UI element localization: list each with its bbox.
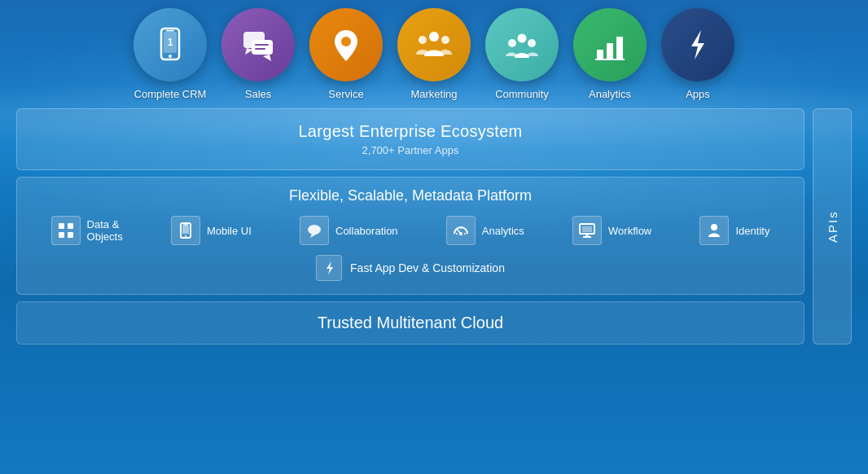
identity-icon-box: [699, 216, 729, 245]
chat-icon: [240, 27, 276, 63]
fast-app-label: Fast App Dev & Customization: [350, 261, 505, 274]
icon-item-crm[interactable]: 1 Complete CRM: [134, 8, 207, 100]
svg-rect-19: [607, 43, 613, 59]
svg-rect-20: [616, 37, 623, 59]
svg-point-11: [341, 37, 351, 46]
icon-label-sales: Sales: [245, 88, 272, 100]
svg-point-17: [528, 39, 536, 47]
feature-collaboration: Collaboration: [300, 216, 398, 245]
ecosystem-title: Largest Enterprise Ecosystem: [33, 122, 787, 141]
gauge-icon: [453, 222, 469, 239]
bolt-icon: [680, 27, 716, 63]
svg-marker-22: [691, 30, 704, 59]
icon-label-analytics: Analytics: [589, 88, 631, 100]
svg-marker-43: [327, 261, 333, 274]
collaboration-icon-box: [300, 216, 329, 245]
icon-item-analytics[interactable]: Analytics: [573, 8, 647, 100]
icon-circle-sales: [221, 8, 295, 81]
cloud-panel: Trusted Multitenant Cloud: [16, 301, 804, 345]
apis-bar[interactable]: APIs: [813, 108, 852, 345]
svg-point-14: [441, 36, 449, 44]
mobile-ui-icon-box: [171, 216, 200, 245]
icon-circle-apps: [661, 8, 734, 81]
data-objects-icon-box: [51, 216, 81, 245]
svg-rect-26: [68, 232, 73, 238]
analytics-icon-box: [446, 216, 476, 245]
svg-rect-7: [252, 40, 273, 55]
feature-label-identity: Identity: [735, 225, 769, 237]
svg-point-16: [508, 39, 516, 47]
bolt-small-icon: [321, 260, 337, 276]
feature-analytics: Analytics: [446, 216, 524, 245]
svg-rect-24: [68, 223, 73, 229]
icon-circle-crm: 1: [134, 8, 207, 81]
icon-label-apps: Apps: [686, 88, 710, 100]
apis-label: APIs: [826, 210, 840, 243]
fast-app-bolt-icon: [316, 255, 342, 281]
feature-label-data-objects: Data &Objects: [87, 218, 123, 243]
svg-point-29: [185, 235, 186, 237]
left-panels: Largest Enterprise Ecosystem 2,700+ Part…: [16, 108, 804, 345]
icon-label-crm: Complete CRM: [134, 88, 207, 100]
top-icons-section: 1 Complete CRM Sales Service: [0, 0, 868, 100]
icon-item-sales[interactable]: Sales: [221, 8, 295, 100]
main-content: Largest Enterprise Ecosystem 2,700+ Part…: [16, 108, 852, 345]
feature-label-mobile-ui: Mobile UI: [207, 225, 252, 237]
icon-label-service: Service: [328, 88, 363, 100]
svg-text:1: 1: [168, 37, 173, 48]
grid-icon: [58, 222, 74, 239]
svg-point-31: [308, 225, 321, 235]
icon-circle-community: [485, 8, 559, 81]
metadata-panel: Flexible, Scalable, Metadata Platform Da…: [16, 177, 804, 295]
icon-circle-analytics: [573, 8, 647, 81]
icon-item-service[interactable]: Service: [309, 8, 383, 100]
icon-label-community: Community: [495, 88, 549, 100]
svg-rect-23: [59, 223, 64, 229]
mobile-icon: [178, 222, 194, 239]
bar-chart-icon: [592, 27, 628, 63]
people-icon: [416, 27, 452, 63]
feature-label-workflow: Workflow: [608, 225, 651, 237]
feature-label-analytics: Analytics: [482, 225, 524, 237]
svg-point-2: [169, 55, 172, 58]
feature-identity: Identity: [699, 216, 769, 245]
svg-rect-18: [597, 50, 603, 59]
phone-icon: 1: [152, 27, 188, 63]
svg-rect-28: [182, 226, 189, 234]
icon-label-marketing: Marketing: [410, 88, 457, 100]
svg-marker-8: [263, 55, 271, 61]
speech-bubble-icon: [306, 222, 322, 239]
person-icon: [706, 222, 722, 239]
icon-item-apps[interactable]: Apps: [661, 8, 734, 100]
cloud-title: Trusted Multitenant Cloud: [33, 314, 787, 332]
ecosystem-panel: Largest Enterprise Ecosystem 2,700+ Part…: [16, 108, 804, 170]
metadata-title: Flexible, Scalable, Metadata Platform: [30, 187, 791, 204]
workflow-icon-box: [572, 216, 602, 245]
svg-point-15: [518, 34, 527, 43]
feature-workflow: Workflow: [572, 216, 651, 245]
monitor-icon: [579, 222, 595, 239]
svg-point-13: [419, 36, 427, 44]
feature-data-objects: Data &Objects: [51, 216, 123, 245]
features-row: Data &Objects Mobile UI: [30, 216, 791, 245]
svg-point-12: [429, 32, 439, 42]
fast-app-row: Fast App Dev & Customization: [30, 255, 791, 281]
svg-point-42: [711, 224, 717, 230]
ecosystem-subtitle: 2,700+ Partner Apps: [33, 144, 787, 156]
svg-line-34: [457, 229, 461, 234]
icon-item-marketing[interactable]: Marketing: [397, 8, 471, 100]
icon-circle-marketing: [397, 8, 471, 81]
icon-item-community[interactable]: Community: [485, 8, 559, 100]
community-icon: [504, 27, 540, 63]
location-icon: [328, 27, 364, 63]
svg-rect-39: [582, 226, 592, 232]
svg-rect-3: [166, 30, 174, 32]
svg-rect-25: [59, 232, 64, 238]
feature-label-collaboration: Collaboration: [335, 225, 398, 237]
icon-circle-service: [309, 8, 383, 81]
feature-mobile-ui: Mobile UI: [171, 216, 252, 245]
